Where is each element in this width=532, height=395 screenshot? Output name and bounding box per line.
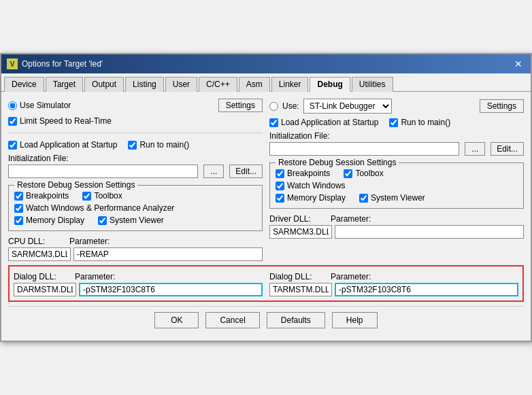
right-toolbox-checkbox[interactable]	[344, 169, 352, 178]
tab-device[interactable]: Device	[4, 77, 44, 92]
right-dialog-param-input[interactable]	[335, 283, 518, 296]
right-load-app-checkbox[interactable]	[269, 118, 278, 127]
title-bar: V Options for Target 'led' ✕	[1, 54, 531, 73]
right-load-app-label[interactable]: Load Application at Startup	[269, 118, 378, 127]
right-use-row: Use: ST-Link Debugger Settings	[269, 99, 524, 114]
highlighted-dialog-section: Dialog DLL: Parameter: Dialog DLL: Param…	[8, 265, 524, 302]
right-dialog-dll-input-row	[269, 283, 518, 296]
content-area: Use Simulator Settings Limit Speed to Re…	[1, 92, 531, 341]
left-system-viewer-label[interactable]: System Viewer	[98, 216, 164, 225]
load-app-label[interactable]: Load Application at Startup	[8, 140, 117, 150]
right-edit-button[interactable]: Edit...	[491, 142, 524, 156]
right-watch-row: Watch Windows	[276, 181, 518, 190]
use-debugger-radio[interactable]	[269, 102, 278, 111]
title-bar-left: V Options for Target 'led'	[7, 58, 103, 69]
left-browse-button[interactable]: ...	[203, 165, 224, 178]
right-system-viewer-label[interactable]: System Viewer	[359, 193, 425, 203]
init-file-section: Initialization File: ... Edit...	[8, 154, 263, 178]
left-breakpoints-checkbox[interactable]	[14, 192, 23, 201]
tab-asm[interactable]: Asm	[239, 77, 270, 92]
left-cpu-dll-input[interactable]	[8, 247, 71, 261]
right-breakpoints-checkbox[interactable]	[276, 169, 284, 178]
right-driver-dll-label: Driver DLL:	[269, 214, 331, 224]
left-breakpoints-toolbox-row: Breakpoints Toolbox	[14, 191, 256, 201]
left-watch-row: Watch Windows & Performance Analyzer	[14, 203, 256, 213]
footer-bar: OK Cancel Defaults Help	[8, 306, 524, 334]
init-file-label: Initialization File:	[8, 154, 263, 163]
right-driver-param-label: Parameter:	[331, 214, 371, 224]
left-breakpoints-label[interactable]: Breakpoints	[14, 191, 69, 201]
limit-speed-checkbox[interactable]	[8, 117, 17, 126]
left-restore-group: Restore Debug Session Settings Breakpoin…	[8, 185, 263, 231]
right-dialog-param-label: Parameter:	[331, 272, 371, 281]
tab-listing[interactable]: Listing	[125, 77, 164, 92]
app-icon: V	[7, 58, 18, 69]
cancel-button[interactable]: Cancel	[205, 312, 259, 328]
left-param-input[interactable]	[73, 247, 263, 261]
debugger-select[interactable]: ST-Link Debugger	[303, 99, 392, 114]
run-to-main-checkbox[interactable]	[128, 141, 137, 150]
tab-debug[interactable]: Debug	[310, 77, 350, 92]
tab-linker[interactable]: Linker	[271, 77, 309, 92]
right-memory-checkbox[interactable]	[276, 194, 284, 203]
tab-target[interactable]: Target	[46, 77, 83, 92]
right-init-file-input[interactable]	[269, 142, 459, 156]
tab-output[interactable]: Output	[84, 77, 124, 92]
left-watch-checkbox[interactable]	[14, 204, 23, 213]
right-driver-dll-label-row: Driver DLL: Parameter:	[269, 214, 524, 224]
right-load-run-row: Load Application at Startup Run to main(…	[269, 118, 524, 127]
left-memory-checkbox[interactable]	[14, 216, 23, 225]
right-breakpoints-toolbox-row: Breakpoints Toolbox	[276, 169, 518, 178]
right-column: Use: ST-Link Debugger Settings Load Appl…	[269, 99, 524, 261]
load-app-checkbox[interactable]	[8, 141, 17, 150]
tab-user[interactable]: User	[165, 77, 197, 92]
init-file-input[interactable]	[8, 165, 198, 178]
use-simulator-radio[interactable]	[8, 101, 17, 110]
right-system-viewer-checkbox[interactable]	[359, 194, 368, 203]
right-run-to-main-label[interactable]: Run to main()	[389, 118, 450, 127]
right-browse-button[interactable]: ...	[465, 142, 485, 156]
right-dialog-dll-input[interactable]	[269, 283, 332, 296]
left-system-viewer-checkbox[interactable]	[98, 216, 107, 225]
left-memory-label[interactable]: Memory Display	[14, 216, 84, 225]
tab-utilities[interactable]: Utilities	[352, 77, 393, 92]
window-title: Options for Target 'led'	[22, 59, 103, 69]
left-settings-button[interactable]: Settings	[218, 99, 263, 112]
tabs-bar: Device Target Output Listing User C/C++ …	[1, 73, 531, 92]
run-to-main-label[interactable]: Run to main()	[128, 140, 189, 150]
load-run-row: Load Application at Startup Run to main(…	[8, 140, 263, 150]
use-simulator-label[interactable]: Use Simulator	[8, 101, 71, 110]
right-driver-dll-input[interactable]	[269, 225, 332, 239]
right-dialog-dll-section: Dialog DLL: Parameter:	[269, 272, 518, 296]
close-button[interactable]: ✕	[512, 59, 525, 69]
right-use-label: Use:	[282, 101, 299, 111]
left-cpu-dll-label: CPU DLL:	[8, 237, 69, 246]
left-param-label: Parameter:	[69, 237, 110, 246]
right-watch-label[interactable]: Watch Windows	[276, 181, 346, 190]
left-toolbox-checkbox[interactable]	[82, 192, 91, 201]
limit-speed-label[interactable]: Limit Speed to Real-Time	[8, 116, 112, 126]
right-driver-dll-section: Driver DLL: Parameter:	[269, 214, 524, 239]
left-dialog-param-input[interactable]	[79, 283, 263, 296]
tab-cpp[interactable]: C/C++	[199, 77, 237, 92]
left-memory-system-row: Memory Display System Viewer	[14, 216, 256, 225]
right-breakpoints-label[interactable]: Breakpoints	[276, 169, 330, 178]
right-toolbox-label[interactable]: Toolbox	[344, 169, 383, 178]
ok-button[interactable]: OK	[154, 312, 199, 328]
right-init-file-row: ... Edit...	[269, 142, 524, 156]
right-init-file-section: Initialization File: ... Edit...	[269, 131, 524, 156]
right-run-to-main-checkbox[interactable]	[389, 118, 398, 127]
left-watch-label[interactable]: Watch Windows & Performance Analyzer	[14, 203, 174, 213]
right-dialog-dll-label-row: Dialog DLL: Parameter:	[269, 272, 518, 281]
left-dialog-dll-label-row: Dialog DLL: Parameter:	[14, 272, 263, 281]
right-driver-param-input[interactable]	[335, 225, 524, 239]
right-memory-label[interactable]: Memory Display	[276, 193, 346, 203]
right-restore-group: Restore Debug Session Settings Breakpoin…	[269, 162, 524, 209]
defaults-button[interactable]: Defaults	[267, 312, 325, 328]
right-settings-button[interactable]: Settings	[480, 99, 524, 113]
help-button[interactable]: Help	[332, 312, 378, 328]
left-toolbox-label[interactable]: Toolbox	[82, 191, 122, 201]
left-edit-button[interactable]: Edit...	[229, 165, 263, 178]
left-dialog-dll-input[interactable]	[14, 283, 76, 296]
right-watch-checkbox[interactable]	[276, 182, 284, 190]
